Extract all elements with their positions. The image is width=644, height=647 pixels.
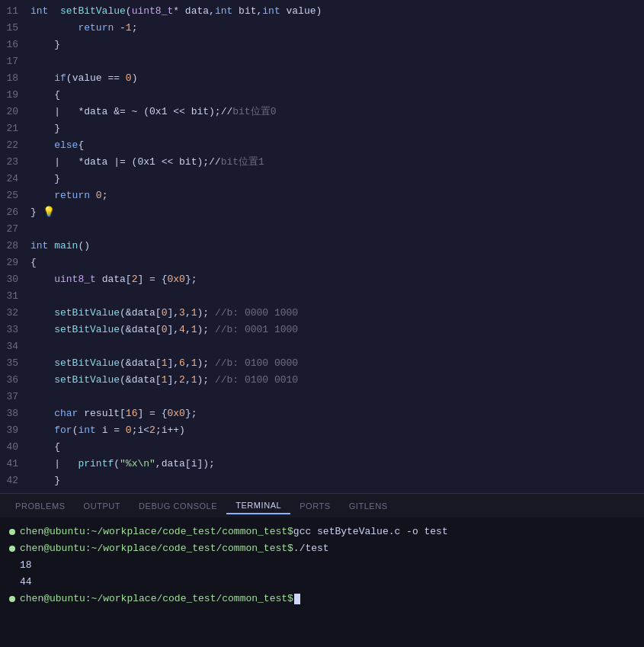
line-number: 21 bbox=[0, 120, 30, 137]
code-line: 41 | printf("%x\n",data[i]); bbox=[0, 456, 644, 472]
code-line: 27 bbox=[0, 221, 644, 238]
terminal-cursor bbox=[294, 594, 300, 604]
line-number: 27 bbox=[0, 221, 30, 238]
line-number: 24 bbox=[0, 171, 30, 187]
prompt-dot bbox=[9, 529, 15, 535]
line-content: for(int i = 0;i<2;i++) bbox=[30, 422, 185, 439]
code-line: 25 return 0; bbox=[0, 187, 644, 204]
line-number: 30 bbox=[0, 271, 30, 288]
code-line: 30 uint8_t data[2] = {0x0}; bbox=[0, 271, 644, 288]
code-line: 20 | *data &= ~ (0x1 << bit);//bit位置0 bbox=[0, 104, 644, 120]
line-number: 29 bbox=[0, 255, 30, 271]
line-number: 36 bbox=[0, 372, 30, 389]
code-line: 19 { bbox=[0, 87, 644, 104]
prompt-dot bbox=[9, 546, 15, 552]
code-line: 35 setBitValue(&data[1],6,1); //b: 0100 … bbox=[0, 355, 644, 372]
line-number: 16 bbox=[0, 37, 30, 53]
line-number: 25 bbox=[0, 187, 30, 204]
terminal-output: 18 bbox=[9, 557, 635, 574]
line-content: } bbox=[30, 120, 60, 137]
code-lines-container: 11int setBitValue(uint8_t* data,int bit,… bbox=[0, 0, 644, 493]
code-line: 32 setBitValue(&data[0],3,1); //b: 0000 … bbox=[0, 305, 644, 322]
line-content: int setBitValue(uint8_t* data,int bit,in… bbox=[30, 3, 322, 20]
prompt-dot bbox=[9, 596, 15, 602]
code-line: 37 bbox=[0, 389, 644, 405]
line-number: 39 bbox=[0, 422, 30, 439]
code-line: 21 } bbox=[0, 120, 644, 137]
line-number: 17 bbox=[0, 53, 30, 70]
line-content: | printf("%x\n",data[i]); bbox=[30, 456, 215, 472]
code-line: 34 bbox=[0, 338, 644, 355]
terminal-tab-ports[interactable]: PORTS bbox=[290, 498, 339, 514]
line-number: 40 bbox=[0, 439, 30, 456]
line-content: { bbox=[30, 439, 60, 456]
code-line: 18 if(value == 0) bbox=[0, 70, 644, 87]
code-line: 31 bbox=[0, 288, 644, 305]
line-content: return -1; bbox=[30, 20, 137, 37]
line-number: 42 bbox=[0, 472, 30, 489]
terminal-line: chen@ubuntu:~/workplace/code_test/common… bbox=[9, 524, 635, 540]
terminal-output: 44 bbox=[9, 574, 635, 591]
line-content: int main() bbox=[30, 238, 90, 255]
line-number: 15 bbox=[0, 20, 30, 37]
code-line: 33 setBitValue(&data[0],4,1); //b: 0001 … bbox=[0, 322, 644, 338]
terminal-tabs: PROBLEMSOUTPUTDEBUG CONSOLETERMINALPORTS… bbox=[0, 493, 644, 517]
line-content: { bbox=[30, 87, 60, 104]
line-number: 38 bbox=[0, 405, 30, 422]
code-editor: 11int setBitValue(uint8_t* data,int bit,… bbox=[0, 0, 644, 493]
code-line: 29{ bbox=[0, 255, 644, 271]
line-content: else{ bbox=[30, 137, 84, 154]
terminal-tab-output[interactable]: OUTPUT bbox=[75, 498, 130, 514]
terminal-line: chen@ubuntu:~/workplace/code_test/common… bbox=[9, 540, 635, 557]
line-number: 35 bbox=[0, 355, 30, 372]
line-number: 22 bbox=[0, 137, 30, 154]
code-line: 26} 💡 bbox=[0, 204, 644, 221]
code-line: 22 else{ bbox=[0, 137, 644, 154]
line-content: { bbox=[30, 255, 37, 271]
line-content: | *data |= (0x1 << bit);//bit位置1 bbox=[30, 154, 264, 171]
line-content: | *data &= ~ (0x1 << bit);//bit位置0 bbox=[30, 104, 276, 120]
line-content: setBitValue(&data[1],2,1); //b: 0100 001… bbox=[30, 372, 298, 389]
code-line: 38 char result[16] = {0x0}; bbox=[0, 405, 644, 422]
code-line: 23 | *data |= (0x1 << bit);//bit位置1 bbox=[0, 154, 644, 171]
prompt-path: chen@ubuntu:~/workplace/code_test/common… bbox=[20, 540, 293, 557]
code-line: 15 return -1; bbox=[0, 20, 644, 37]
terminal-tab-terminal[interactable]: TERMINAL bbox=[226, 498, 290, 514]
terminal-tab-debug-console[interactable]: DEBUG CONSOLE bbox=[130, 498, 226, 514]
line-number: 23 bbox=[0, 154, 30, 171]
line-number: 19 bbox=[0, 87, 30, 104]
line-number: 28 bbox=[0, 238, 30, 255]
code-line: 11int setBitValue(uint8_t* data,int bit,… bbox=[0, 3, 644, 20]
line-content: } bbox=[30, 37, 60, 53]
line-content: setBitValue(&data[0],3,1); //b: 0000 100… bbox=[30, 305, 298, 322]
line-content: } 💡 bbox=[30, 204, 55, 221]
line-number: 37 bbox=[0, 389, 30, 405]
line-content: return 0; bbox=[30, 187, 107, 204]
prompt-path: chen@ubuntu:~/workplace/code_test/common… bbox=[20, 524, 293, 540]
line-content: setBitValue(&data[1],6,1); //b: 0100 000… bbox=[30, 355, 298, 372]
line-number: 33 bbox=[0, 322, 30, 338]
terminal-tab-problems[interactable]: PROBLEMS bbox=[6, 498, 75, 514]
code-line: 36 setBitValue(&data[1],2,1); //b: 0100 … bbox=[0, 372, 644, 389]
prompt-path: chen@ubuntu:~/workplace/code_test/common… bbox=[20, 591, 293, 607]
line-number: 41 bbox=[0, 456, 30, 472]
code-line: 24 } bbox=[0, 171, 644, 187]
code-line: 39 for(int i = 0;i<2;i++) bbox=[0, 422, 644, 439]
line-number: 20 bbox=[0, 104, 30, 120]
code-line: 28int main() bbox=[0, 238, 644, 255]
code-line: 42 } bbox=[0, 472, 644, 489]
line-number: 31 bbox=[0, 288, 30, 305]
line-content: } bbox=[30, 171, 60, 187]
prompt-command: gcc setByteValue.c -o test bbox=[293, 524, 448, 540]
terminal-body: chen@ubuntu:~/workplace/code_test/common… bbox=[0, 517, 644, 647]
prompt-command: ./test bbox=[293, 540, 329, 557]
code-line: 16 } bbox=[0, 37, 644, 53]
line-content: char result[16] = {0x0}; bbox=[30, 405, 197, 422]
line-content: if(value == 0) bbox=[30, 70, 137, 87]
line-number: 18 bbox=[0, 70, 30, 87]
line-number: 11 bbox=[0, 3, 30, 20]
line-content: setBitValue(&data[0],4,1); //b: 0001 100… bbox=[30, 322, 298, 338]
code-line: 17 bbox=[0, 53, 644, 70]
terminal-tab-gitlens[interactable]: GITLENS bbox=[340, 498, 397, 514]
line-number: 26 bbox=[0, 204, 30, 221]
